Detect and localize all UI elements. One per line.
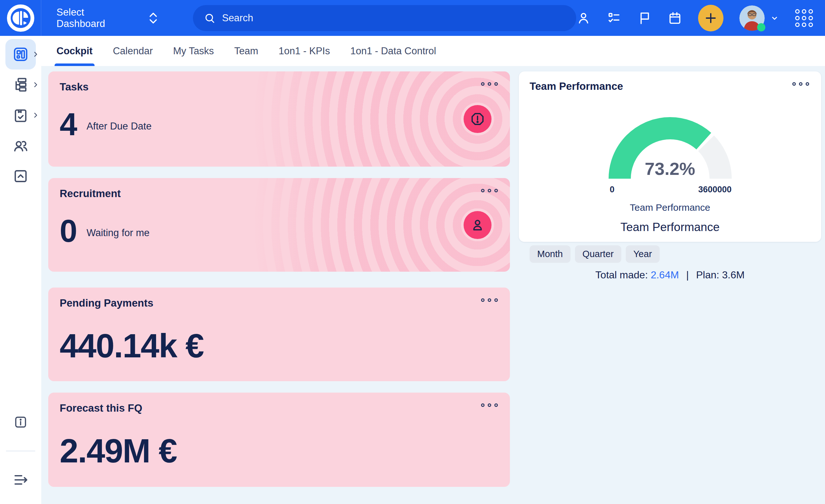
sidebar-item-hierarchy[interactable] <box>5 70 36 100</box>
tasks-count: 4 <box>60 108 77 140</box>
top-navigation-bar: Select Dashboard <box>0 0 825 36</box>
range-quarter-button[interactable]: Quarter <box>575 245 621 263</box>
sidebar-expand-chevron[interactable] <box>32 112 39 119</box>
sidebar-expand-chevron[interactable] <box>32 51 39 58</box>
sidebar-divider <box>6 451 35 451</box>
recruitment-count: 0 <box>60 215 77 246</box>
totals-divider: | <box>686 269 688 281</box>
plan-value: 3.6M <box>722 269 745 281</box>
team-performance-menu[interactable] <box>792 82 809 86</box>
sidebar-item-tasks[interactable] <box>5 100 36 131</box>
checklist-icon[interactable] <box>607 11 621 25</box>
person-icon <box>470 217 485 233</box>
flag-icon[interactable] <box>637 11 652 25</box>
collapse-menu-icon[interactable] <box>5 464 36 495</box>
sidebar-item-archive[interactable] <box>5 161 36 191</box>
pending-payments-value: 440.14k € <box>60 329 499 362</box>
forecast-value: 2.49M € <box>60 434 499 467</box>
search-icon <box>204 12 216 24</box>
add-button[interactable] <box>698 5 724 31</box>
gauge-max: 3600000 <box>698 185 731 195</box>
pending-payments-menu[interactable] <box>481 298 498 302</box>
team-performance-card: Team Performance 73.2% 0 3600000 <box>519 71 821 242</box>
app-logo[interactable] <box>0 0 41 36</box>
search-input[interactable] <box>222 12 566 24</box>
tasks-card-menu[interactable] <box>481 82 498 86</box>
sidebar <box>0 36 41 504</box>
gauge-min: 0 <box>610 185 615 195</box>
apps-grid-icon[interactable] <box>795 9 813 27</box>
info-icon[interactable] <box>5 407 36 437</box>
tab-cockpit[interactable]: Cockpit <box>57 36 93 66</box>
dashboard-selector-label: Select Dashboard <box>57 7 135 29</box>
global-search[interactable] <box>193 5 576 31</box>
recruitment-card: Recruitment 0 Waiting for me <box>48 178 510 272</box>
tab-calendar[interactable]: Calendar <box>113 36 153 66</box>
sort-chevrons-icon <box>148 11 159 25</box>
tab-team[interactable]: Team <box>234 36 258 66</box>
gauge-percent: 73.2% <box>600 158 740 179</box>
plan-label: Plan: <box>696 269 719 281</box>
profile-icon[interactable] <box>576 11 591 25</box>
dashboard-content: Tasks 4 After Due Date <box>41 66 825 504</box>
totals-row: Total made: 2.64M | Plan: 3.6M <box>530 269 810 281</box>
chevron-down-icon <box>770 13 779 23</box>
dashboard-tabs: Cockpit Calendar My Tasks Team 1on1 - KP… <box>41 36 825 66</box>
pending-payments-card: Pending Payments 440.14k € <box>48 288 510 381</box>
tasks-card-title: Tasks <box>60 81 499 93</box>
recruitment-card-title: Recruitment <box>60 188 499 200</box>
recruitment-count-label: Waiting for me <box>87 227 150 239</box>
total-made-value[interactable]: 2.64M <box>651 269 679 281</box>
tab-my-tasks[interactable]: My Tasks <box>173 36 214 66</box>
user-menu[interactable] <box>739 5 779 31</box>
range-month-button[interactable]: Month <box>530 245 571 263</box>
forecast-card: Forecast this FQ 2.49M € <box>48 392 510 487</box>
tasks-count-label: After Due Date <box>87 121 152 132</box>
range-year-button[interactable]: Year <box>626 245 660 263</box>
team-performance-title: Team Performance <box>530 80 810 92</box>
forecast-menu[interactable] <box>481 404 498 407</box>
recruitment-card-menu[interactable] <box>481 189 498 192</box>
range-selector: Month Quarter Year <box>530 245 810 263</box>
alert-badge <box>464 105 492 133</box>
alert-octagon-icon <box>470 112 485 127</box>
gauge-series-label: Team Performance <box>530 202 810 213</box>
total-made-label: Total made: <box>595 269 648 281</box>
tab-1on1-kpis[interactable]: 1on1 - KPIs <box>279 36 330 66</box>
sidebar-expand-chevron[interactable] <box>32 81 39 88</box>
pending-payments-title: Pending Payments <box>60 297 499 309</box>
avatar[interactable] <box>739 5 765 31</box>
brand-logo-icon <box>6 3 35 33</box>
performance-gauge: 73.2% 0 3600000 <box>600 106 740 195</box>
tasks-card: Tasks 4 After Due Date <box>48 71 510 167</box>
sidebar-bottom <box>0 407 41 495</box>
topbar-actions <box>576 5 825 31</box>
dashboard-selector[interactable]: Select Dashboard <box>57 7 159 29</box>
app-window: Select Dashboard <box>0 0 825 504</box>
person-badge <box>464 211 492 239</box>
tab-1on1-data-control[interactable]: 1on1 - Data Control <box>350 36 436 66</box>
sidebar-item-dashboards[interactable] <box>5 39 36 70</box>
forecast-title: Forecast this FQ <box>60 402 499 414</box>
calendar-icon[interactable] <box>668 11 682 25</box>
online-status-dot <box>757 23 765 31</box>
sidebar-item-people[interactable] <box>5 131 36 161</box>
gauge-subtitle: Team Performance <box>530 221 810 234</box>
